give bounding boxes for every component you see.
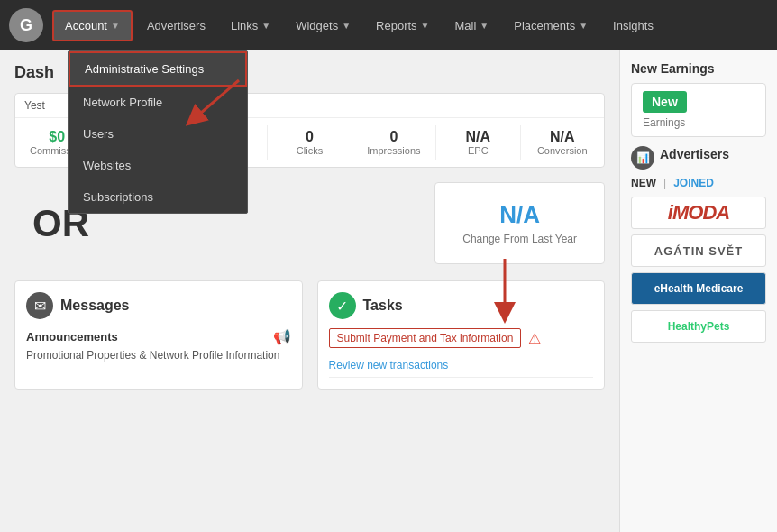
tasks-icon: ✓ (329, 292, 356, 319)
dropdown-websites[interactable]: Websites (69, 150, 247, 181)
impressions-label: Impressions (360, 145, 428, 156)
earnings-title: New Earnings (631, 61, 766, 76)
advertisers-icon: 📊 (631, 146, 654, 170)
earnings-box: New Earnings (631, 83, 766, 137)
dropdown-network-profile[interactable]: Network Profile (69, 87, 247, 118)
task-item-2[interactable]: Review new transactions (329, 353, 594, 378)
messages-sub: Promotional Properties & Network Profile… (26, 349, 291, 362)
nav-account[interactable]: Account ▼ (52, 10, 133, 41)
advertiser-logo-agatin[interactable]: AGÁTIN SVĚT (631, 234, 766, 267)
advertisers-section: 📊 Advertisers NEW | JOINED iMODA AGÁTIN … (631, 146, 766, 343)
links-dropdown-arrow: ▼ (261, 21, 270, 31)
impressions-value: 0 (360, 129, 428, 145)
adv-tab-new[interactable]: NEW (631, 177, 656, 189)
advertisers-title: Advertisers (660, 147, 729, 161)
reports-dropdown-arrow: ▼ (421, 21, 430, 31)
dropdown-users[interactable]: Users (69, 118, 247, 150)
adv-tab-joined[interactable]: JOINED (673, 177, 714, 189)
announcements-title: Announcements 📢 (26, 328, 291, 345)
nia-box: N/A Change From Last Year (434, 182, 605, 264)
new-badge: New (643, 91, 687, 113)
account-dropdown-arrow: ▼ (111, 21, 120, 31)
messages-header: ✉ Messages (26, 292, 291, 319)
nia-label: Change From Last Year (462, 233, 577, 245)
task-warning-icon: ⚠ (528, 330, 541, 347)
account-dropdown: Administrative Settings Network Profile … (68, 50, 248, 214)
earnings-label: Earnings (643, 116, 754, 129)
task-submit-payment[interactable]: Submit Payment and Tax information (329, 328, 522, 348)
nav-insights[interactable]: Insights (602, 12, 664, 40)
right-panel: New Earnings New Earnings 📊 Advertisers … (619, 50, 777, 532)
widgets-dropdown-arrow: ▼ (342, 21, 351, 31)
advertiser-logo-imoda[interactable]: iMODA (631, 197, 766, 229)
nia-value: N/A (462, 201, 577, 229)
conversion-value: N/A (528, 129, 597, 145)
epc-label: EPC (443, 145, 512, 156)
clicks-value: 0 (275, 129, 343, 145)
mail-dropdown-arrow: ▼ (480, 21, 489, 31)
advertisers-header: 📊 Advertisers (631, 146, 766, 170)
adv-tabs: NEW | JOINED (631, 177, 766, 189)
nav-widgets[interactable]: Widgets ▼ (285, 12, 361, 40)
nav-mail[interactable]: Mail ▼ (444, 12, 500, 40)
nav-reports[interactable]: Reports ▼ (365, 12, 440, 40)
nav-placements[interactable]: Placements ▼ (503, 12, 599, 40)
stat-conversion: N/A Conversion (521, 125, 604, 160)
nav-advertisers[interactable]: Advertisers (136, 12, 216, 40)
tasks-header: ✓ Tasks (329, 292, 594, 319)
epc-value: N/A (443, 129, 512, 145)
nav-items: Account ▼ Advertisers Links ▼ Widgets ▼ … (52, 10, 664, 41)
advertiser-logo-healthypets[interactable]: HealthyPets (631, 310, 766, 343)
tasks-title: Tasks (363, 298, 403, 314)
stat-epc: N/A EPC (436, 125, 520, 160)
stat-clicks: 0 Clicks (268, 125, 352, 160)
advertiser-logo-ehealth[interactable]: eHealth Medicare (631, 272, 766, 305)
dropdown-subscriptions[interactable]: Subscriptions (69, 181, 247, 213)
navbar: G Account ▼ Advertisers Links ▼ Widgets … (0, 0, 777, 50)
tasks-panel: ✓ Tasks Submit Payment and Tax informati… (317, 280, 606, 390)
tasks-arrow-icon (478, 254, 532, 326)
stat-impressions: 0 Impressions (352, 125, 436, 160)
megaphone-icon: 📢 (273, 328, 291, 345)
placements-dropdown-arrow: ▼ (579, 21, 588, 31)
nav-links[interactable]: Links ▼ (220, 12, 281, 40)
conversion-label: Conversion (528, 145, 597, 156)
messages-icon: ✉ (26, 292, 53, 319)
logo-icon: G (9, 8, 43, 42)
messages-panel: ✉ Messages Announcements 📢 Promotional P… (14, 280, 303, 390)
bottom-section: ✉ Messages Announcements 📢 Promotional P… (14, 280, 605, 390)
task-item-1[interactable]: Submit Payment and Tax information ⚠ (329, 328, 594, 348)
messages-title: Messages (60, 298, 130, 314)
dropdown-administrative-settings[interactable]: Administrative Settings (69, 51, 247, 87)
clicks-label: Clicks (275, 145, 343, 156)
